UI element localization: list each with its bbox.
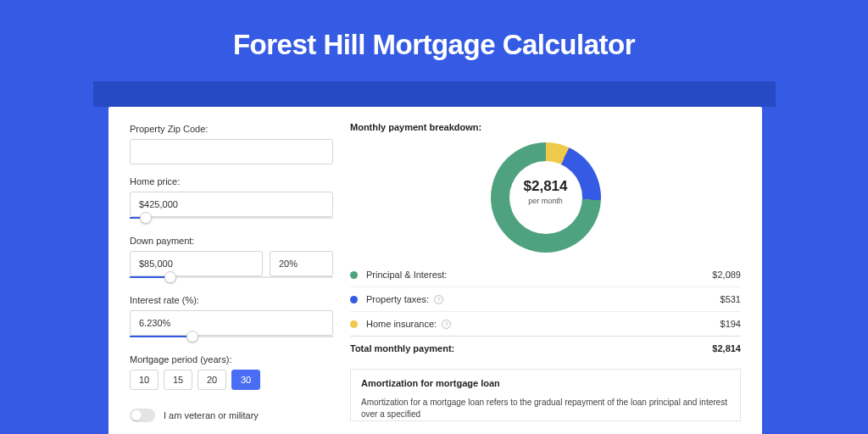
- total-row: Total monthly payment: $2,814: [350, 336, 741, 364]
- breakdown-legend: Principal & Interest:$2,089Property taxe…: [350, 263, 741, 336]
- legend-value: $194: [721, 319, 741, 329]
- calculator-card: Property Zip Code: Home price: $425,000 …: [108, 107, 762, 434]
- inputs-column: Property Zip Code: Home price: $425,000 …: [130, 122, 333, 434]
- donut-chart: $2,814 per month: [491, 142, 601, 253]
- legend-row: Home insurance:?$194: [350, 312, 741, 336]
- interest-rate-slider[interactable]: [130, 334, 333, 342]
- legend-row: Property taxes:?$531: [350, 287, 741, 312]
- home-price-label: Home price:: [130, 176, 333, 186]
- amortization-text: Amortization for a mortgage loan refers …: [361, 397, 730, 420]
- slider-thumb[interactable]: [164, 271, 176, 283]
- home-price-input[interactable]: $425,000: [130, 192, 333, 217]
- down-payment-slider[interactable]: [130, 275, 333, 283]
- info-icon[interactable]: ?: [434, 295, 443, 304]
- legend-label: Principal & Interest:: [366, 270, 447, 280]
- donut-amount: $2,814: [491, 178, 601, 195]
- interest-rate-input[interactable]: 6.230%: [130, 310, 333, 336]
- legend-value: $531: [721, 294, 741, 304]
- amortization-title: Amortization for mortgage loan: [361, 378, 730, 388]
- header-band: [93, 81, 776, 107]
- legend-dot: [350, 271, 358, 279]
- amortization-section: Amortization for mortgage loan Amortizat…: [350, 369, 741, 421]
- slider-thumb[interactable]: [140, 212, 152, 224]
- legend-row: Principal & Interest:$2,089: [350, 263, 741, 287]
- period-option-30[interactable]: 30: [231, 370, 260, 390]
- period-option-20[interactable]: 20: [198, 370, 226, 390]
- down-payment-pct-input[interactable]: 20%: [270, 251, 333, 276]
- legend-dot: [350, 296, 358, 303]
- period-option-15[interactable]: 15: [164, 370, 192, 390]
- total-value: $2,814: [712, 343, 741, 353]
- info-icon[interactable]: ?: [442, 320, 451, 329]
- period-options: 10152030: [130, 370, 333, 390]
- slider-thumb[interactable]: [186, 331, 198, 342]
- donut-chart-wrap: $2,814 per month: [350, 142, 741, 253]
- legend-dot: [350, 320, 358, 328]
- veteran-label: I am veteran or military: [164, 410, 259, 420]
- down-payment-label: Down payment:: [130, 236, 333, 246]
- breakdown-title: Monthly payment breakdown:: [350, 122, 741, 132]
- down-payment-input[interactable]: $85,000: [130, 251, 263, 276]
- zip-input[interactable]: [130, 139, 333, 164]
- page-title: Forest Hill Mortgage Calculator: [0, 29, 868, 61]
- legend-label: Home insurance:: [366, 319, 437, 329]
- legend-value: $2,089: [712, 270, 741, 280]
- zip-label: Property Zip Code:: [130, 124, 333, 134]
- results-column: Monthly payment breakdown: $2,814 per mo…: [350, 122, 741, 434]
- donut-sublabel: per month: [491, 197, 601, 205]
- home-price-slider[interactable]: [130, 215, 333, 224]
- legend-label: Property taxes:: [366, 294, 429, 304]
- toggle-knob: [131, 410, 142, 420]
- period-label: Mortgage period (years):: [130, 354, 333, 364]
- veteran-toggle[interactable]: [130, 409, 155, 422]
- total-label: Total monthly payment:: [350, 343, 454, 353]
- interest-rate-label: Interest rate (%):: [130, 295, 333, 305]
- period-option-10[interactable]: 10: [130, 370, 159, 390]
